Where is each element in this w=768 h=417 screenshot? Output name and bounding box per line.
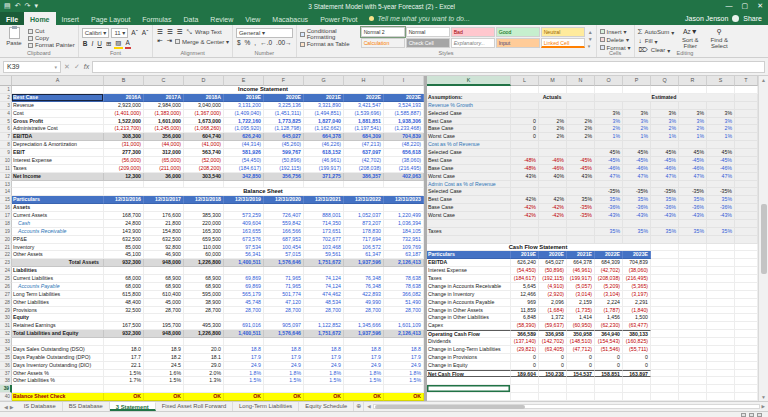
- cell[interactable]: (148,510): [567, 338, 595, 346]
- name-box-dropdown-icon[interactable]: ▾: [54, 62, 57, 72]
- cell[interactable]: (48,220): [384, 141, 424, 149]
- row-header-12[interactable]: 12: [0, 173, 12, 181]
- cell[interactable]: [567, 86, 595, 94]
- cell[interactable]: 1%: [623, 133, 651, 141]
- cell[interactable]: 1.7%: [104, 377, 144, 385]
- cell[interactable]: 69,869: [224, 275, 264, 283]
- cell[interactable]: 615,800: [104, 291, 144, 299]
- cell[interactable]: [735, 212, 758, 220]
- cell[interactable]: (46,226): [304, 141, 344, 149]
- year-header-cell[interactable]: 2023E: [623, 251, 651, 259]
- assumption-row-label[interactable]: Taxes: [427, 228, 511, 236]
- save-icon[interactable]: ▤: [4, 1, 11, 11]
- cell[interactable]: 969: [511, 299, 539, 307]
- cell[interactable]: 0: [539, 362, 567, 370]
- cell[interactable]: [679, 236, 707, 244]
- cell[interactable]: -45%: [567, 165, 595, 173]
- cell[interactable]: (1,787): [595, 307, 623, 315]
- cell[interactable]: 2%: [567, 125, 595, 133]
- cell[interactable]: [623, 102, 651, 110]
- row-header-5[interactable]: 5: [0, 118, 12, 126]
- row-label[interactable]: Taxes: [12, 165, 104, 173]
- cell[interactable]: 474,462: [304, 291, 344, 299]
- cell[interactable]: 2,224: [595, 299, 623, 307]
- cell[interactable]: (62,230): [595, 322, 623, 330]
- cell[interactable]: 385,300: [184, 212, 224, 220]
- cell[interactable]: 645,027: [539, 259, 567, 267]
- cell[interactable]: 21,800: [144, 220, 184, 228]
- cell[interactable]: [735, 393, 758, 401]
- cell[interactable]: (44,000): [144, 141, 184, 149]
- cell[interactable]: [707, 86, 735, 94]
- cell[interactable]: 3%: [623, 110, 651, 118]
- row-label[interactable]: Revenue: [12, 102, 104, 110]
- find-select-button[interactable]: Find & Select: [706, 37, 732, 49]
- row-label[interactable]: Days Inventory Outstanding (DIO): [12, 362, 104, 370]
- row-label[interactable]: Interest Expense: [427, 267, 511, 275]
- cell[interactable]: [144, 338, 184, 346]
- cell[interactable]: (208,038): [595, 275, 623, 283]
- cell[interactable]: [623, 377, 651, 385]
- cell[interactable]: [707, 322, 735, 330]
- cell[interactable]: [539, 149, 567, 157]
- horizontal-scrollbar[interactable]: ◀ ▶: [363, 402, 768, 411]
- new-sheet-button[interactable]: ⊕: [354, 402, 363, 411]
- cell[interactable]: 68,000: [104, 283, 144, 291]
- cell[interactable]: [651, 141, 679, 149]
- cell[interactable]: 3%: [707, 118, 735, 126]
- cell[interactable]: 1.5%: [344, 377, 384, 385]
- cell[interactable]: (1,494,851): [304, 110, 344, 118]
- comma-style-button[interactable]: ,: [253, 39, 257, 47]
- year-header-cell[interactable]: 2019E: [224, 94, 264, 102]
- cell[interactable]: 3,040,000: [184, 102, 224, 110]
- year-header-cell[interactable]: 2020E: [264, 94, 304, 102]
- cell[interactable]: (54,450): [511, 267, 539, 275]
- row-label[interactable]: Cash: [12, 220, 104, 228]
- ribbon-tab-page-layout[interactable]: Page Layout: [85, 12, 136, 25]
- cell[interactable]: [511, 220, 539, 228]
- cell[interactable]: 1,673,000: [184, 118, 224, 126]
- cell[interactable]: 28,700: [344, 307, 384, 315]
- cell[interactable]: 673,576: [224, 236, 264, 244]
- cell[interactable]: 573,259: [224, 212, 264, 220]
- cell[interactable]: [104, 204, 144, 212]
- cell[interactable]: [735, 362, 758, 370]
- cell[interactable]: [384, 338, 424, 346]
- cell[interactable]: [679, 330, 707, 338]
- cell[interactable]: 47%: [651, 173, 679, 181]
- cell[interactable]: [735, 370, 758, 378]
- cell[interactable]: 154,800: [144, 228, 184, 236]
- cell[interactable]: (184,617): [511, 275, 539, 283]
- cell[interactable]: 563,740: [184, 149, 224, 157]
- cell[interactable]: 43%: [511, 173, 539, 181]
- row-label[interactable]: Current Liabilities: [12, 275, 104, 283]
- cell[interactable]: 2%: [539, 133, 567, 141]
- cell[interactable]: [735, 157, 758, 165]
- cell[interactable]: 2%: [679, 125, 707, 133]
- cell[interactable]: [539, 377, 567, 385]
- cell[interactable]: 1,751,672: [304, 330, 344, 338]
- cell-style-calculation[interactable]: Calculation: [361, 38, 405, 48]
- cell[interactable]: 38,900: [184, 299, 224, 307]
- cell[interactable]: 2,159: [567, 299, 595, 307]
- cell[interactable]: [595, 220, 623, 228]
- cell[interactable]: (1,068,260): [184, 125, 224, 133]
- cell[interactable]: 1.6%: [144, 370, 184, 378]
- cell[interactable]: 103,468: [304, 244, 344, 252]
- cell[interactable]: [511, 181, 539, 189]
- cell[interactable]: (50,896): [264, 157, 304, 165]
- increase-decimal-button[interactable]: ←.0: [259, 39, 273, 47]
- cell[interactable]: 18.8: [304, 346, 344, 354]
- cell[interactable]: -45%: [679, 157, 707, 165]
- cell[interactable]: 1,456: [595, 314, 623, 322]
- cell[interactable]: 2%: [707, 125, 735, 133]
- cell[interactable]: [735, 259, 758, 267]
- cell[interactable]: [144, 204, 184, 212]
- cell[interactable]: [679, 377, 707, 385]
- balance-check-cell[interactable]: OK: [184, 393, 224, 401]
- cell[interactable]: 17.9: [384, 354, 424, 362]
- cell[interactable]: 366,082: [384, 291, 424, 299]
- cell[interactable]: [539, 393, 567, 401]
- cell[interactable]: 1.8%: [304, 370, 344, 378]
- row-header-27[interactable]: 27: [0, 291, 12, 299]
